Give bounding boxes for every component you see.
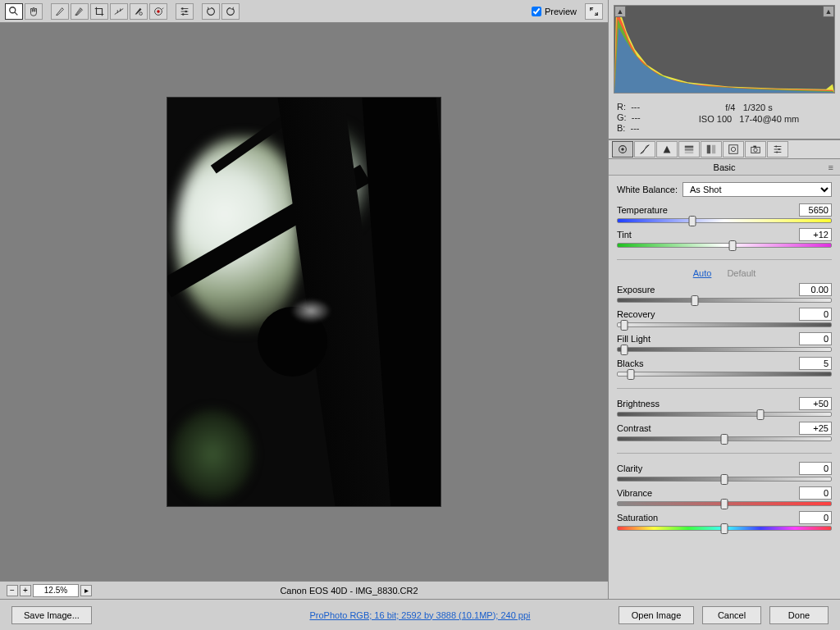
redeye-tool[interactable] [149, 3, 167, 20]
svg-rect-16 [685, 152, 694, 154]
exposure-slider[interactable] [617, 298, 832, 303]
exposure-label: Exposure [617, 285, 655, 294]
zoom-tool[interactable] [5, 3, 23, 20]
left-pane: Preview − [0, 0, 609, 599]
tint-value[interactable]: +12 [799, 228, 832, 241]
preferences-tool[interactable] [176, 3, 194, 20]
tab-lens[interactable] [723, 141, 744, 158]
contrast-slider[interactable] [617, 436, 832, 441]
blacks-value[interactable]: 5 [799, 357, 832, 370]
tab-split[interactable] [701, 141, 722, 158]
tab-curves[interactable] [634, 141, 655, 158]
cancel-button[interactable]: Cancel [702, 606, 761, 624]
zoom-out-button[interactable]: − [7, 585, 18, 596]
panel-tabs [609, 139, 840, 159]
status-bar: − + 12.5% ▸ Canon EOS 40D - IMG_8830.CR2 [0, 581, 608, 599]
svg-rect-14 [685, 146, 694, 148]
straighten-tool[interactable] [110, 3, 128, 20]
vibrance-value[interactable]: 0 [799, 486, 832, 500]
photo-preview [167, 97, 441, 507]
histogram[interactable]: ▲ ▲ [614, 5, 835, 94]
rotate-cw-tool[interactable] [221, 3, 240, 20]
recovery-label: Recovery [617, 309, 655, 319]
svg-point-29 [776, 151, 778, 153]
zoom-value[interactable]: 12.5% [33, 584, 79, 597]
svg-point-2 [139, 11, 143, 15]
recovery-slider[interactable] [617, 322, 832, 327]
brightness-value[interactable]: +50 [799, 397, 832, 410]
shadow-clip-warning[interactable]: ▲ [614, 6, 626, 17]
image-preview-area[interactable] [0, 23, 608, 581]
svg-rect-15 [685, 148, 694, 151]
svg-rect-18 [712, 145, 715, 154]
spot-removal-tool[interactable] [130, 3, 148, 20]
white-balance-tool[interactable] [51, 3, 69, 20]
svg-rect-23 [753, 146, 756, 148]
saturation-value[interactable]: 0 [799, 511, 832, 524]
blacks-label: Blacks [617, 358, 643, 368]
temperature-slider[interactable] [617, 218, 832, 223]
status-text: Canon EOS 40D - IMG_8830.CR2 [97, 586, 601, 596]
contrast-label: Contrast [617, 423, 651, 433]
tab-hsl[interactable] [678, 141, 700, 158]
done-button[interactable]: Done [769, 606, 829, 624]
default-link[interactable]: Default [727, 268, 756, 278]
brightness-slider[interactable] [617, 412, 832, 417]
svg-line-5 [162, 7, 163, 9]
filllight-value[interactable]: 0 [799, 332, 832, 345]
tab-basic[interactable] [612, 141, 633, 158]
svg-point-0 [10, 7, 16, 12]
svg-point-10 [185, 10, 187, 12]
vibrance-slider[interactable] [617, 501, 832, 506]
svg-rect-17 [707, 145, 710, 154]
crop-tool[interactable] [90, 3, 108, 20]
recovery-value[interactable]: 0 [799, 308, 832, 321]
zoom-menu-button[interactable]: ▸ [80, 585, 92, 596]
open-image-button[interactable]: Open Image [619, 606, 694, 624]
brightness-label: Brightness [617, 399, 660, 409]
zoom-in-button[interactable]: + [20, 585, 31, 596]
auto-link[interactable]: Auto [693, 268, 712, 278]
basic-panel: White Balance: As Shot Temperature 5650 … [609, 176, 840, 599]
svg-point-9 [181, 7, 184, 10]
vibrance-label: Vibrance [617, 488, 652, 498]
svg-point-4 [157, 10, 160, 13]
temperature-value[interactable]: 5650 [799, 203, 832, 217]
tab-presets[interactable] [767, 141, 788, 158]
panel-header: Basic ≡ [609, 159, 840, 176]
svg-line-1 [15, 11, 18, 15]
save-image-button[interactable]: Save Image... [11, 606, 92, 624]
color-sampler-tool[interactable] [71, 3, 89, 20]
clarity-value[interactable]: 0 [799, 462, 832, 475]
footer: Save Image... ProPhoto RGB; 16 bit; 2592… [0, 599, 840, 630]
blacks-slider[interactable] [617, 372, 832, 377]
svg-rect-19 [729, 145, 738, 154]
highlight-clip-warning[interactable]: ▲ [823, 6, 834, 17]
rotate-ccw-tool[interactable] [202, 3, 220, 20]
tab-camera[interactable] [745, 141, 766, 158]
filllight-label: Fill Light [617, 334, 651, 344]
svg-point-22 [754, 148, 757, 152]
svg-point-13 [621, 148, 624, 151]
saturation-label: Saturation [617, 513, 658, 523]
filllight-slider[interactable] [617, 347, 832, 352]
temperature-label: Temperature [617, 205, 668, 215]
preview-checkbox[interactable]: Preview [532, 7, 577, 16]
saturation-slider[interactable] [617, 526, 832, 531]
fullscreen-toggle[interactable] [585, 3, 603, 20]
tab-detail[interactable] [656, 141, 678, 158]
exposure-value[interactable]: 0.00 [799, 283, 832, 296]
contrast-value[interactable]: +25 [799, 422, 832, 435]
tint-label: Tint [617, 230, 632, 240]
workflow-link[interactable]: ProPhoto RGB; 16 bit; 2592 by 3888 (10.1… [309, 610, 530, 620]
hand-tool[interactable] [25, 3, 43, 20]
top-toolbar: Preview [0, 0, 608, 23]
svg-point-27 [775, 145, 777, 147]
exif-info: R: --- G: --- B: --- f/4 1/320 s ISO 100… [609, 98, 840, 139]
white-balance-select[interactable]: As Shot [682, 182, 832, 197]
clarity-slider[interactable] [617, 477, 832, 482]
tint-slider[interactable] [617, 243, 832, 248]
right-pane: ▲ ▲ R: --- G: --- B: --- f/4 1/320 s [609, 0, 840, 599]
svg-point-20 [731, 147, 735, 151]
panel-menu-icon[interactable]: ≡ [829, 162, 833, 172]
